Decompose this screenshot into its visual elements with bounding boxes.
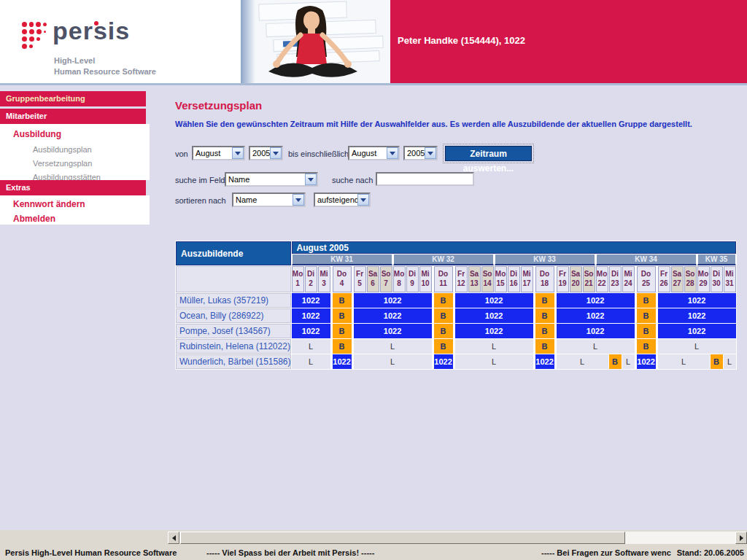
day-header: Sa27 — [671, 266, 684, 292]
sidebar-item-ausbildungsplan[interactable]: Ausbildungsplan — [0, 142, 150, 156]
schedule-cell: 1022 — [433, 354, 454, 369]
day-header: Mo22 — [596, 266, 608, 292]
schedule-cell: L — [658, 354, 710, 369]
chevron-down-icon — [425, 147, 436, 159]
schedule-cell: 1022 — [658, 324, 736, 338]
day-header: Mo1 — [292, 266, 304, 292]
schedule-cell: L — [622, 354, 635, 369]
schedule-cell: 1022 — [292, 293, 330, 308]
bis-year-value: 2005 — [407, 149, 425, 158]
schedule-cell: L — [658, 339, 736, 354]
schedule-cell: B — [331, 293, 353, 308]
sidebar-item-kennwort-aendern[interactable]: Kennwort ändern — [0, 195, 150, 212]
schedule-cell: L — [354, 354, 432, 369]
sortieren-value: Name — [236, 195, 257, 204]
sortierrichtung-value: aufsteigend — [317, 195, 359, 204]
day-header: Do4 — [331, 266, 353, 292]
zeitraum-auswerten-button[interactable]: Zeitraum auswerten... — [445, 146, 532, 161]
chevron-down-icon — [305, 174, 317, 185]
sidebar-item-mitarbeiter[interactable]: Mitarbeiter — [0, 109, 146, 124]
bis-month-value: August — [352, 149, 376, 158]
day-header: Mo8 — [393, 266, 406, 292]
schedule-cell: 1022 — [354, 308, 432, 323]
trainee-name[interactable]: Ocean, Billy (286922) — [176, 308, 291, 323]
schedule-cell: B — [331, 339, 353, 354]
schedule-cell: 1022 — [455, 293, 533, 308]
calendar-week-header: KW 32 — [393, 254, 494, 265]
day-header: So14 — [481, 266, 494, 292]
sidebar-item-abmelden[interactable]: Abmelden — [0, 212, 150, 227]
schedule-cell: L — [354, 339, 432, 354]
bis-month-select[interactable]: August — [348, 146, 400, 160]
suche-im-feld-label: suche im Feld — [175, 176, 225, 184]
sortieren-select[interactable]: Name — [232, 192, 306, 207]
day-header: Mi3 — [318, 266, 330, 292]
banner-photo — [241, 0, 390, 83]
von-month-value: August — [196, 149, 220, 158]
von-year-select[interactable]: 2005 — [249, 146, 283, 160]
day-header: Mi31 — [724, 266, 736, 292]
page-title: Versetzungsplan — [175, 99, 262, 112]
schedule-cell: L — [724, 354, 736, 369]
arrow-right-icon — [740, 535, 743, 541]
logo-tagline: High-Level Human Resource Software — [54, 55, 156, 77]
suche-nach-label: suche nach — [332, 176, 373, 184]
sidebar-item-versetzungsplan[interactable]: Versetzungsplan — [0, 156, 150, 170]
scroll-left-button[interactable] — [168, 532, 179, 544]
chevron-down-icon — [232, 147, 244, 159]
suche-feld-value: Name — [228, 175, 249, 184]
top-banner: persis High-Level Human Resource Softwar… — [0, 0, 747, 83]
footer-app-name: Persis High-Level Human Resource Softwar… — [5, 548, 177, 557]
schedule-cell: 1022 — [557, 324, 635, 338]
day-header: Mi17 — [521, 266, 533, 292]
sidebar-item-extras[interactable]: Extras — [0, 180, 146, 195]
day-header: Sa20 — [570, 266, 582, 292]
day-header: Do11 — [433, 266, 454, 292]
trainee-name[interactable]: Pompe, Josef (134567) — [176, 324, 291, 338]
calendar-week-header: KW 34 — [596, 254, 697, 265]
horizontal-scrollbar[interactable] — [168, 532, 747, 544]
logo-i-dot — [94, 21, 98, 26]
chevron-down-icon — [357, 194, 369, 206]
chevron-down-icon — [270, 147, 282, 159]
banner-separator — [0, 83, 747, 85]
sortierrichtung-select[interactable]: aufsteigend — [314, 192, 371, 207]
schedule-cell: L — [557, 339, 635, 354]
persis-logo-dots-icon — [22, 22, 47, 51]
schedule-cell: B — [331, 324, 353, 338]
von-month-select[interactable]: August — [192, 146, 245, 160]
day-header: Di16 — [508, 266, 520, 292]
suche-nach-input[interactable] — [376, 172, 474, 186]
schedule-cell: B — [433, 293, 454, 308]
bis-year-select[interactable]: 2005 — [403, 146, 438, 160]
trainee-row: Rubinstein, Helena (112022)LBLBLBLBL — [176, 339, 736, 354]
trainee-row: Müller, Lukas (357219)1022B1022B1022B102… — [176, 293, 736, 308]
persis-logo: persis High-Level Human Resource Softwar… — [22, 16, 156, 77]
day-header: Fr19 — [557, 266, 569, 292]
trainee-name[interactable]: Rubinstein, Helena (112022) — [176, 339, 291, 354]
versetzungsplan-table-wrap: Auszubildende August 2005 KW 31KW 32KW 3… — [175, 241, 737, 370]
schedule-cell: B — [635, 324, 657, 338]
day-header: Mo15 — [495, 266, 507, 292]
schedule-cell: 1022 — [557, 293, 635, 308]
trainee-name[interactable]: Wunderlich, Bärbel (151586) — [176, 354, 291, 369]
meditating-woman-illustration — [241, 0, 390, 83]
day-header: Di30 — [711, 266, 723, 292]
status-bar: Persis High-Level Human Resource Softwar… — [0, 530, 747, 560]
scroll-right-button[interactable] — [735, 532, 747, 544]
trainee-name[interactable]: Müller, Lukas (357219) — [176, 293, 291, 308]
day-header: Fr26 — [658, 266, 670, 292]
footer-message-right: ----- Bei Fragen zur Software wenc — [541, 548, 671, 557]
calendar-week-header: KW 35 — [697, 254, 736, 265]
scrollbar-thumb[interactable] — [180, 532, 625, 544]
schedule-cell: L — [455, 339, 533, 354]
sidebar-extras-block: Kennwort ändern Abmelden — [0, 195, 150, 225]
day-header: Mi10 — [419, 266, 432, 292]
schedule-cell: B — [331, 308, 353, 323]
von-label: von — [175, 149, 188, 158]
sidebar-item-gruppenbearbeitung[interactable]: Gruppenbearbeitung — [0, 91, 146, 106]
suche-feld-select[interactable]: Name — [225, 172, 318, 187]
day-header: Do25 — [635, 266, 657, 292]
schedule-cell: B — [534, 324, 556, 338]
sidebar-item-ausbildung[interactable]: Ausbildung — [0, 124, 150, 142]
